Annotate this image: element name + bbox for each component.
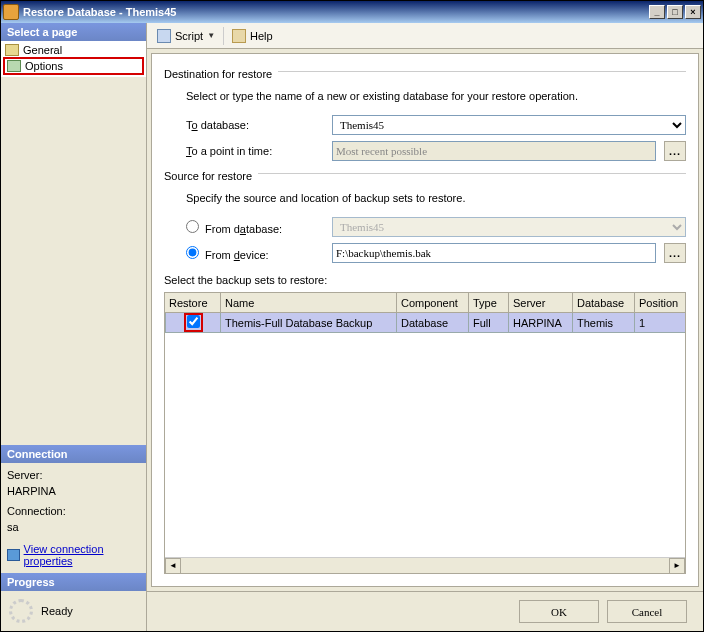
from-device-radio-label[interactable]: From device: [186, 246, 324, 261]
restore-checkbox[interactable] [187, 315, 200, 328]
col-server[interactable]: Server [509, 293, 573, 312]
destination-description: Select or type the name of a new or exis… [164, 90, 686, 112]
col-name[interactable]: Name [221, 293, 397, 312]
point-in-time-browse-button[interactable]: ... [664, 141, 686, 161]
from-database-select: Themis45 [332, 217, 686, 237]
page-label: Options [25, 60, 63, 72]
backup-sets-grid[interactable]: Restore Name Component Type Server Datab… [164, 292, 686, 574]
script-icon [157, 29, 171, 43]
from-database-radio-label[interactable]: From database: [186, 220, 324, 235]
scroll-right-icon[interactable]: ► [669, 558, 685, 574]
page-list-panel: General Options [1, 41, 146, 77]
connection-label: Connection: [7, 505, 140, 517]
sidebar: Select a page General Options Connection… [1, 23, 147, 631]
cell-database: Themis [573, 313, 635, 333]
help-label: Help [250, 30, 273, 42]
cell-component: Database [397, 313, 469, 333]
progress-spinner-icon [9, 599, 33, 623]
col-database[interactable]: Database [573, 293, 635, 312]
grid-header: Restore Name Component Type Server Datab… [165, 293, 685, 313]
dialog-footer: OK Cancel [147, 591, 703, 631]
window-buttons: _ □ × [649, 5, 701, 19]
main-panel: Script ▼ Help Destination for restore Se… [147, 23, 703, 631]
backup-sets-label: Select the backup sets to restore: [164, 266, 686, 288]
to-database-select[interactable]: Themis45 [332, 115, 686, 135]
from-database-radio[interactable] [186, 220, 199, 233]
source-header: Source for restore [164, 170, 252, 184]
script-label: Script [175, 30, 203, 42]
sidebar-item-options[interactable]: Options [3, 57, 144, 75]
page-icon [7, 60, 21, 72]
dropdown-arrow-icon: ▼ [207, 31, 215, 40]
ok-button[interactable]: OK [519, 600, 599, 623]
page-label: General [23, 44, 62, 56]
server-value: HARPINA [7, 485, 140, 497]
progress-status: Ready [41, 605, 73, 617]
maximize-button[interactable]: □ [667, 5, 683, 19]
script-button[interactable]: Script ▼ [153, 27, 219, 45]
help-button[interactable]: Help [228, 27, 277, 45]
connection-panel: Server: HARPINA Connection: sa View conn… [1, 463, 146, 573]
from-device-radio[interactable] [186, 246, 199, 259]
content-area: Destination for restore Select or type t… [151, 53, 699, 587]
progress-header: Progress [1, 573, 146, 591]
col-position[interactable]: Position [635, 293, 685, 312]
dialog-body: Select a page General Options Connection… [1, 23, 703, 631]
help-icon [232, 29, 246, 43]
col-component[interactable]: Component [397, 293, 469, 312]
close-button[interactable]: × [685, 5, 701, 19]
minimize-button[interactable]: _ [649, 5, 665, 19]
link-text: View connection properties [24, 543, 140, 567]
table-row[interactable]: Themis-Full Database Backup Database Ful… [165, 313, 685, 333]
server-label: Server: [7, 469, 140, 481]
cancel-button[interactable]: Cancel [607, 600, 687, 623]
col-restore[interactable]: Restore [165, 293, 221, 312]
source-description: Specify the source and location of backu… [164, 192, 686, 214]
view-connection-properties-link[interactable]: View connection properties [7, 543, 140, 567]
titlebar[interactable]: Restore Database - Themis45 _ □ × [1, 1, 703, 23]
cell-server: HARPINA [509, 313, 573, 333]
window-title: Restore Database - Themis45 [23, 6, 649, 18]
page-icon [5, 44, 19, 56]
toolbar: Script ▼ Help [147, 23, 703, 49]
to-database-label: To database: [186, 119, 324, 131]
restore-checkbox-cell[interactable] [165, 313, 221, 333]
from-device-input[interactable] [332, 243, 656, 263]
database-icon [3, 4, 19, 20]
progress-panel: Ready [1, 591, 146, 631]
to-point-input [332, 141, 656, 161]
scroll-left-icon[interactable]: ◄ [165, 558, 181, 574]
properties-icon [7, 549, 20, 561]
connection-value: sa [7, 521, 140, 533]
horizontal-scrollbar[interactable]: ◄ ► [165, 557, 685, 573]
destination-header: Destination for restore [164, 68, 272, 82]
cell-position: 1 [635, 313, 685, 333]
cell-type: Full [469, 313, 509, 333]
to-point-label: To a point in time: [186, 145, 324, 157]
sidebar-item-general[interactable]: General [3, 43, 144, 57]
restore-database-dialog: Restore Database - Themis45 _ □ × Select… [0, 0, 704, 632]
select-page-header: Select a page [1, 23, 146, 41]
col-type[interactable]: Type [469, 293, 509, 312]
connection-header: Connection [1, 445, 146, 463]
device-browse-button[interactable]: ... [664, 243, 686, 263]
cell-name: Themis-Full Database Backup [221, 313, 397, 333]
